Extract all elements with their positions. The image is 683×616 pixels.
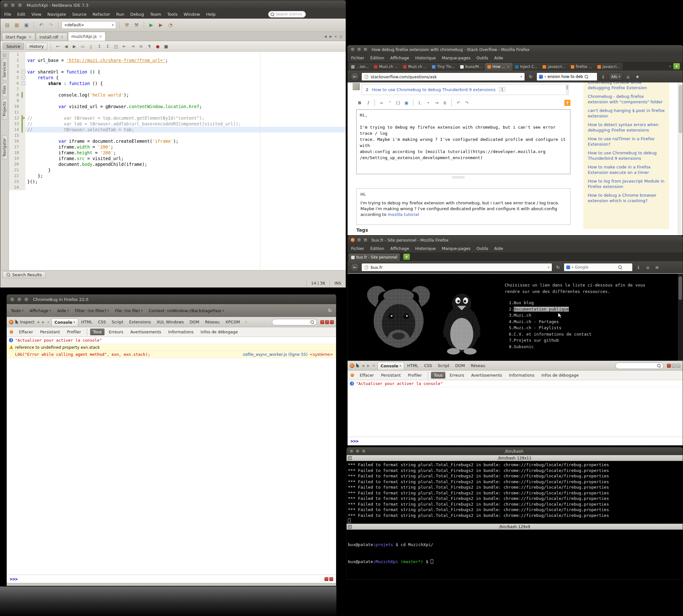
align-button[interactable]: ≣: [441, 100, 448, 106]
panel-tab-réseau[interactable]: Réseau: [468, 362, 488, 370]
code-button[interactable]: {}: [395, 100, 402, 106]
comment-icon[interactable]: ≡: [138, 43, 144, 50]
config-select[interactable]: <default> ▾: [62, 21, 116, 29]
history-back-icon[interactable]: ◀: [361, 364, 365, 367]
deactivate-firebug-button[interactable]: [320, 320, 324, 324]
debug-project-icon[interactable]: ▶: [157, 21, 165, 29]
filter-button[interactable]: Informations: [506, 372, 538, 379]
reload-icon[interactable]: ↻: [527, 73, 534, 81]
panel-tab-dom[interactable]: DOM: [452, 362, 468, 370]
uncomment-icon[interactable]: ¶: [146, 43, 153, 50]
related-question-link[interactable]: How to use Chromebug to debug Thunderbir…: [588, 150, 665, 161]
fold-toggle-icon[interactable]: −: [22, 82, 25, 85]
minimize-firebug-button[interactable]: [672, 364, 676, 368]
history-forward-icon[interactable]: ▶: [41, 320, 45, 324]
console-action-button[interactable]: Persistant: [378, 372, 404, 379]
menu-item[interactable]: Run: [116, 12, 124, 17]
filter-button[interactable]: Informations: [165, 329, 197, 335]
terminal-output[interactable]: *** Failed to format string plural.Total…: [347, 461, 683, 524]
window-close-button[interactable]: [350, 238, 355, 242]
context-menu[interactable]: Context: noWindow://BackstagePass ▾: [149, 308, 224, 313]
window-minimize-button[interactable]: [357, 238, 361, 242]
close-tab-icon[interactable]: ×: [99, 34, 102, 39]
minimize-firebug-button[interactable]: [325, 320, 329, 324]
numbered-list-button[interactable]: 1.: [416, 100, 423, 106]
menu-item[interactable]: Marque-pages: [442, 246, 471, 251]
menu-item[interactable]: Fichier: [351, 56, 364, 60]
search-icon[interactable]: [585, 75, 588, 79]
page-link[interactable]: 3.Muzi.ch: [505, 312, 645, 318]
page-scrollbar[interactable]: [678, 83, 683, 235]
panel-tab-xul-windows[interactable]: XUL Windows: [154, 318, 187, 326]
downloads-icon[interactable]: ↓: [600, 73, 607, 81]
terminal-shell[interactable]: bux@patate:projets $ cd MuzichXpi/ bux@p…: [347, 530, 683, 576]
panel-tab-réseau[interactable]: Réseau: [202, 318, 223, 326]
search-input[interactable]: [575, 265, 617, 269]
console-action-button[interactable]: Effacer: [16, 329, 36, 335]
next-occurrence-icon[interactable]: ↧: [104, 43, 111, 50]
close-panel-button[interactable]: [329, 577, 333, 581]
filter-button[interactable]: Infos de débogage: [539, 372, 582, 379]
panel-tab-css[interactable]: CSS: [95, 318, 109, 326]
redo-button[interactable]: ↷: [463, 100, 470, 106]
console-action-button[interactable]: Profiler: [405, 372, 425, 379]
search-input[interactable]: [274, 320, 309, 324]
run-project-icon[interactable]: ▶: [147, 21, 155, 29]
menu-item[interactable]: Aide: [494, 56, 503, 60]
titlebar[interactable]: bux.fr - Site personnel - Mozilla Firefo…: [348, 236, 683, 244]
menu-item[interactable]: Edit: [17, 12, 25, 17]
jump-back-icon[interactable]: ◀: [63, 43, 69, 50]
window-maximize-button[interactable]: [363, 47, 368, 52]
browser-tab[interactable]: bux.fr - Site personnel: [348, 254, 400, 261]
refresh-icon[interactable]: ↻: [328, 308, 332, 313]
page-link[interactable]: 5.Muzi.ch - Playlists: [505, 325, 645, 331]
home-icon[interactable]: ⌂: [644, 263, 651, 271]
tab-list-icon[interactable]: ▾: [335, 35, 337, 38]
sidebar-tab[interactable]: Services: [2, 59, 7, 81]
menu-item[interactable]: Help: [206, 12, 216, 17]
inspect-icon[interactable]: [356, 363, 360, 368]
code-editor[interactable]: 12var url_base = 'http://muzi.ch/share-f…: [9, 52, 346, 270]
menu-item[interactable]: Outils: [477, 56, 488, 60]
url-dropdown-icon[interactable]: ▾: [548, 266, 549, 269]
new-tab-button[interactable]: +: [403, 254, 410, 260]
clean-build-icon[interactable]: ⚒: [132, 21, 140, 29]
browser-tab[interactable]: Muzi.ch ...: [401, 63, 429, 71]
page-link[interactable]: 1.Bux blog: [505, 300, 645, 306]
window-maximize-button[interactable]: [362, 449, 366, 453]
close-tab-icon[interactable]: ×: [28, 35, 32, 39]
highlight-icon[interactable]: ▯: [88, 43, 94, 50]
menu-item[interactable]: Aide: [494, 246, 503, 251]
new-file-icon[interactable]: ▤: [3, 21, 11, 29]
shift-left-icon[interactable]: ⇤: [121, 43, 128, 50]
last-edit-icon[interactable]: ↩: [54, 43, 61, 50]
menu-item[interactable]: Marque-pages: [442, 56, 471, 60]
console-action-button[interactable]: Effacer: [357, 372, 377, 379]
search-results-tab[interactable]: Search Results: [3, 271, 46, 278]
question-body-input[interactable]: Hi, I'm trying to debug my firefox exten…: [356, 109, 570, 174]
menu-item[interactable]: Affichage: [390, 56, 409, 60]
related-question-link[interactable]: Chromebug - debug firefox extension with…: [588, 94, 665, 105]
browser-tab[interactable]: firefox ...: [568, 63, 595, 71]
menu-item[interactable]: Édition: [370, 56, 384, 60]
indent-button[interactable]: ⇥: [433, 100, 440, 106]
abl-extension-button[interactable]: ABL ▾: [609, 73, 622, 81]
reload-icon[interactable]: ↻: [554, 263, 562, 271]
history-back-icon[interactable]: ◀: [36, 320, 40, 324]
inspect-button[interactable]: Inspect: [15, 320, 35, 324]
search-input[interactable]: [276, 12, 303, 16]
firebug-icon[interactable]: [9, 320, 14, 324]
panel-tab-html[interactable]: HTML: [78, 318, 95, 326]
panel-menu-icon[interactable]: ▾: [47, 320, 50, 324]
panel-tab-css[interactable]: CSS: [422, 362, 435, 370]
panel-tab-extensions[interactable]: Extensions: [126, 318, 154, 326]
deactivate-firebug-button[interactable]: [667, 364, 671, 368]
page-link[interactable]: 8.Subsonic: [505, 344, 645, 350]
open-window-button[interactable]: [324, 577, 328, 581]
italic-button[interactable]: I: [365, 100, 371, 106]
panel-tab-console[interactable]: Console▾: [51, 318, 78, 326]
bullet-list-button[interactable]: •: [425, 100, 432, 106]
filter-menu[interactable]: Filter: (no filter) ▾: [75, 308, 109, 313]
search-bar[interactable]: ▾: [564, 263, 633, 271]
browser-tab[interactable]: buxx/M...: [458, 63, 485, 71]
